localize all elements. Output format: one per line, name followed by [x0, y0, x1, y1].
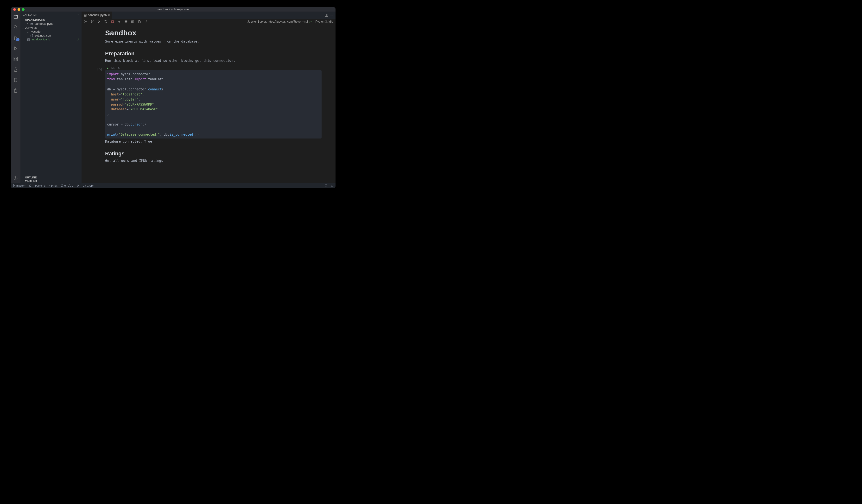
markdown-toggle-icon[interactable]: M↓ [112, 67, 115, 70]
open-editors-header[interactable]: ⌄ OPEN EDITORS [21, 17, 81, 22]
clear-outputs-icon[interactable] [125, 20, 128, 23]
workspace-header[interactable]: ⌄ JUPYTER [21, 26, 81, 30]
git-status-decor: U [77, 38, 80, 41]
close-icon[interactable] [13, 8, 16, 11]
git-graph[interactable]: Git Graph [83, 184, 94, 187]
notebook-toolbar: Jupyter Server: https://jupyter. .com/?t… [81, 19, 336, 25]
notebook-file-icon: ▤ [27, 38, 30, 41]
run-all-icon[interactable] [84, 20, 87, 23]
file-sandbox-ipynb[interactable]: ▤ sandbox.ipynb U [21, 38, 81, 41]
git-branch[interactable]: master* [13, 184, 26, 187]
explorer-icon[interactable] [11, 13, 21, 20]
svg-rect-13 [125, 21, 127, 21]
interrupt-icon[interactable] [111, 20, 114, 23]
chevron-right-icon: › [22, 176, 24, 179]
heading-sandbox: Sandbox [105, 29, 322, 37]
tab-label: sandbox.ipynb [88, 13, 106, 17]
svg-rect-16 [132, 21, 134, 23]
editor-area: ▤ sandbox.ipynb × ⋯ [81, 12, 336, 183]
svg-rect-6 [16, 59, 17, 61]
json-file-icon: { } [30, 34, 34, 37]
maximize-icon[interactable] [22, 8, 25, 11]
paragraph: Get all ours and IMDb ratings [105, 159, 322, 162]
markdown-cell[interactable]: Ratings Get all ours and IMDb ratings [105, 150, 322, 162]
svg-point-2 [14, 39, 15, 40]
activity-bar: 7 [11, 12, 21, 183]
search-icon[interactable] [11, 24, 21, 30]
explorer-sidebar: EXPLORER ⋯ ⌄ OPEN EDITORS × ▤ sandbox.ip… [21, 12, 81, 183]
close-icon[interactable]: × [27, 22, 29, 26]
svg-rect-15 [125, 22, 126, 23]
file-settings-json[interactable]: { } settings.json [21, 34, 81, 38]
titlebar: sandbox.ipynb — jupyter [11, 7, 336, 12]
chevron-right-icon: › [22, 180, 24, 183]
vscode-window: sandbox.ipynb — jupyter 7 [11, 7, 336, 188]
code-cell[interactable]: [5] M↓ import mysql.connector from tabul… [105, 67, 322, 143]
chevron-down-icon: ⌄ [27, 30, 29, 34]
tab-sandbox[interactable]: ▤ sandbox.ipynb × [81, 12, 112, 19]
window-title: sandbox.ipynb — jupyter [11, 8, 336, 11]
feedback-icon[interactable] [325, 184, 328, 187]
minimize-icon[interactable] [17, 8, 20, 11]
python-interpreter[interactable]: Python 3.7.7 64-bit [35, 184, 57, 187]
run-cell-icon[interactable] [106, 67, 109, 70]
debug-start-icon[interactable] [77, 184, 79, 187]
svg-point-0 [14, 26, 16, 28]
more-icon[interactable]: ⋯ [77, 13, 79, 16]
save-icon[interactable] [138, 20, 141, 23]
testing-icon[interactable] [11, 66, 21, 72]
run-below-icon[interactable] [97, 20, 101, 23]
bookmark-icon[interactable] [11, 77, 21, 83]
svg-rect-12 [112, 21, 114, 23]
source-control-icon[interactable]: 7 [11, 35, 21, 41]
close-icon[interactable]: × [108, 13, 110, 17]
svg-rect-7 [16, 57, 17, 59]
paragraph: Run this block at first load so other bl… [105, 59, 322, 63]
split-editor-icon[interactable] [325, 13, 328, 17]
problems-status[interactable]: 0 0 [61, 184, 73, 187]
export-icon[interactable] [145, 20, 148, 23]
markdown-cell[interactable]: Preparation Run this block at first load… [105, 51, 322, 63]
timeline-header[interactable]: › TIMELINE [21, 180, 81, 183]
jupyter-server-status[interactable]: Jupyter Server: https://jupyter. .com/?t… [247, 20, 312, 23]
heading-ratings: Ratings [105, 150, 322, 157]
link-icon: ⇄ [309, 20, 312, 23]
run-by-line-icon[interactable] [117, 67, 120, 70]
chevron-down-icon: ⌄ [22, 18, 24, 21]
extensions-icon[interactable] [11, 56, 21, 62]
cell-toolbar: M↓ [106, 67, 322, 70]
notebook-file-icon: ▤ [30, 22, 34, 26]
outline-header[interactable]: › OUTLINE [21, 175, 81, 180]
svg-point-10 [15, 178, 16, 179]
heading-preparation: Preparation [105, 51, 322, 57]
more-icon[interactable]: ⋯ [330, 13, 333, 17]
kernel-status[interactable]: Python 3: Idle [315, 20, 333, 23]
notebook-view[interactable]: Sandbox Some experiments with values fro… [81, 25, 336, 183]
svg-point-1 [14, 36, 15, 37]
sync-icon[interactable] [29, 184, 32, 187]
run-above-icon[interactable] [91, 20, 94, 23]
paragraph: Some experiments with values from the da… [105, 39, 322, 43]
svg-point-19 [13, 186, 14, 187]
status-bar: master* Python 3.7.7 64-bit 0 0 Git Grap… [11, 183, 336, 188]
clipboard-icon[interactable] [11, 88, 21, 94]
settings-gear-icon[interactable] [11, 175, 21, 181]
open-editor-item[interactable]: × ▤ sandbox.ipynb [21, 22, 81, 26]
svg-rect-14 [125, 22, 127, 22]
restart-kernel-icon[interactable] [104, 20, 107, 23]
add-cell-icon[interactable] [118, 20, 121, 23]
notebook-file-icon: ▤ [84, 13, 87, 17]
markdown-cell[interactable]: Sandbox Some experiments with values fro… [105, 29, 322, 43]
notifications-icon[interactable] [330, 184, 334, 187]
code-editor[interactable]: import mysql.connector from tabulate imp… [105, 70, 322, 138]
traffic-lights [11, 8, 25, 11]
run-debug-icon[interactable] [11, 45, 21, 51]
svg-rect-4 [14, 57, 15, 59]
folder-vscode[interactable]: ⌄ .vscode [21, 30, 81, 34]
execution-count: [5] [97, 67, 103, 71]
tabs-bar: ▤ sandbox.ipynb × ⋯ [81, 12, 336, 19]
svg-rect-5 [14, 59, 15, 61]
svg-rect-17 [139, 21, 140, 21]
chevron-down-icon: ⌄ [22, 26, 24, 29]
variables-icon[interactable] [131, 20, 134, 23]
